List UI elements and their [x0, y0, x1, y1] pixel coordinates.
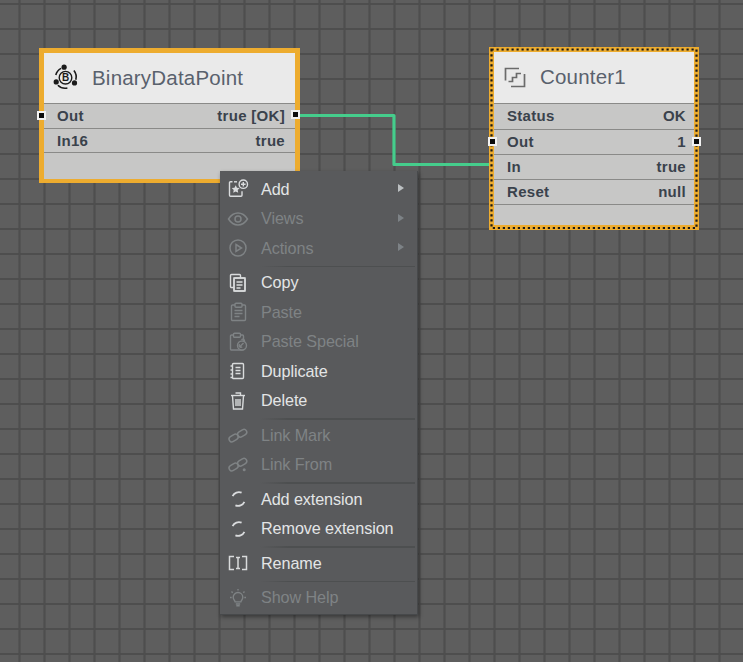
svg-text:B: B: [62, 73, 69, 84]
